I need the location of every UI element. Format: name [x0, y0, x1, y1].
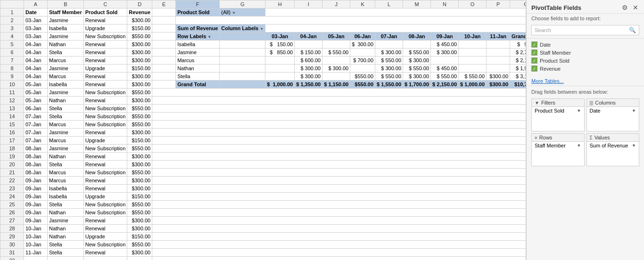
col-m-header[interactable]: M — [403, 0, 431, 8]
cell-e2 — [152, 16, 176, 24]
cell-b7: Marcus — [48, 57, 84, 65]
pivot-checkbox-product-sold[interactable]: ✓ — [531, 57, 537, 64]
cell-i9: $ 300.00 — [295, 73, 322, 81]
cell-i5 — [295, 41, 322, 49]
table-row: 1707-JanMarcusUpgrade$150.00 — [0, 137, 527, 145]
settings-icon[interactable]: ⚙ — [621, 4, 629, 11]
rows-icon: ≡ — [535, 135, 537, 140]
cell-j6: $ 550.00 — [322, 49, 350, 57]
cell-h1 — [265, 8, 526, 16]
more-tables-link[interactable]: More Tables... — [527, 76, 644, 86]
pivot-columns-dropdown[interactable]: ▼ — [632, 108, 636, 113]
cell-f6: Jasmine — [176, 49, 220, 57]
pivot-filters-dropdown[interactable]: ▼ — [577, 108, 581, 113]
col-k-header[interactable]: K — [350, 0, 375, 8]
cell-i6: $ 150.00 — [295, 49, 322, 57]
cell-b1: Staff Member — [48, 8, 84, 16]
table-row: 32 — [0, 257, 527, 260]
cell-q5: $ 900.00 — [510, 41, 526, 49]
cell-m7: $ 300.00 — [403, 57, 431, 65]
cell-f3: Sum of Revenue — [176, 24, 220, 32]
pivot-search-row: Search 🔍 — [527, 22, 644, 39]
cell-j9 — [322, 73, 350, 81]
cell-i10: $ 1,350.00 — [295, 81, 322, 89]
spreadsheet-area[interactable]: A B C D E F G H I J K L M N O P Q R S T — [0, 0, 526, 260]
col-j-header[interactable]: J — [322, 0, 350, 8]
cell-o8 — [459, 65, 487, 73]
cell-e7 — [152, 57, 176, 65]
cell-c1: Product Sold — [83, 8, 127, 16]
col-a-header[interactable]: A — [24, 0, 48, 8]
col-l-header[interactable]: L — [375, 0, 403, 8]
pivot-rows-dropdown[interactable]: ▼ — [577, 143, 581, 148]
cell-a2: 03-Jan — [24, 16, 48, 24]
pivot-area-rows-header: ≡ Rows — [532, 134, 584, 142]
cell-b9: Marcus — [48, 73, 84, 81]
pivot-area-columns: ||| Columns Date ▼ — [586, 98, 640, 131]
pivot-filters-item[interactable]: Product Sold ▼ — [532, 107, 584, 114]
cell-h7 — [265, 57, 295, 65]
cell-a10: 05-Jan — [24, 81, 48, 89]
col-c-header[interactable]: C — [83, 0, 127, 8]
cell-m9: $ 300.00 — [403, 73, 431, 81]
pivot-checkbox-revenue[interactable]: ✓ — [531, 65, 537, 72]
pivot-rows-item[interactable]: Staff Member ▼ — [532, 142, 584, 149]
pivot-field-revenue[interactable]: ✓ Revenue — [531, 65, 639, 73]
cell-c8: Upgrade — [83, 65, 127, 73]
cell-e8 — [152, 65, 176, 73]
col-i-header[interactable]: I — [295, 0, 322, 8]
cell-b6: Stella — [48, 49, 84, 57]
table-row: 2709-JanJasmineRenewal$300.00 — [0, 217, 527, 225]
cell-e10 — [152, 81, 176, 89]
cell-f1[interactable]: Product Sold — [176, 8, 220, 16]
pivot-field-staff-member[interactable]: ✓ Staff Member — [531, 49, 639, 57]
pivot-rows-item-label: Staff Member — [535, 143, 566, 148]
cell-o5 — [459, 41, 487, 49]
cell-p7 — [487, 57, 510, 65]
pivot-values-item[interactable]: Sum of Revenue ▼ — [587, 142, 639, 149]
pivot-values-dropdown[interactable]: ▼ — [632, 143, 636, 148]
close-icon[interactable]: ✕ — [632, 4, 639, 11]
cell-o4: 10-Jan — [459, 32, 487, 41]
pivot-fields-section: ✓ Date ✓ Staff Member ✓ Product Sold ✓ R… — [527, 39, 644, 76]
cell-k6 — [350, 49, 375, 57]
cell-g1[interactable]: (All) ▼ — [220, 8, 265, 16]
col-b-header[interactable]: B — [48, 0, 84, 8]
pivot-field-product-label: Product Sold — [540, 58, 570, 64]
cell-b4: Jasmine — [48, 32, 84, 41]
cell-a8: 04-Jan — [24, 65, 48, 73]
cell-l9: $ 550.00 — [375, 73, 403, 81]
col-n-header[interactable]: N — [431, 0, 459, 8]
cell-a3: 03-Jan — [24, 24, 48, 32]
cell-m8: $ 550.00 — [403, 65, 431, 73]
pivot-checkbox-date[interactable]: ✓ — [531, 41, 537, 48]
pivot-area-filters: ▼ Filters Product Sold ▼ — [531, 98, 585, 131]
col-q-header[interactable]: Q — [510, 0, 526, 8]
cell-j7 — [322, 57, 350, 65]
cell-p4: 11-Jan — [487, 32, 510, 41]
col-f-header[interactable]: F — [176, 0, 220, 8]
pivot-data-row-jasmine: 6 04-Jan Stella Renewal $300.00 Jasmine … — [0, 49, 527, 57]
pivot-search-box[interactable]: Search 🔍 — [531, 25, 639, 35]
col-g-header[interactable]: G — [220, 0, 265, 8]
cell-o7 — [459, 57, 487, 65]
col-d-header[interactable]: D — [127, 0, 152, 8]
cell-b10: Isabella — [48, 81, 84, 89]
pivot-field-product-sold[interactable]: ✓ Product Sold — [531, 57, 639, 65]
col-h-header[interactable]: H — [265, 0, 295, 8]
pivot-checkbox-staff-member[interactable]: ✓ — [531, 49, 537, 56]
col-o-header[interactable]: O — [459, 0, 487, 8]
col-p-header[interactable]: P — [487, 0, 510, 8]
cell-k9: $550.00 — [350, 73, 375, 81]
pivot-columns-item[interactable]: Date ▼ — [587, 107, 639, 114]
cell-d3: $150.00 — [127, 24, 152, 32]
cell-l5 — [375, 41, 403, 49]
col-e-header[interactable]: E — [152, 0, 176, 8]
cell-f4-rowlabels[interactable]: Row Labels ▼ — [176, 32, 220, 41]
cell-d2: $300.00 — [127, 16, 152, 24]
pivot-field-date[interactable]: ✓ Date — [531, 41, 639, 49]
cell-g8 — [220, 65, 265, 73]
corner-cell — [0, 0, 24, 8]
cell-l8: $ 300.00 — [375, 65, 403, 73]
cell-h10: $ 1,000.00 — [265, 81, 295, 89]
